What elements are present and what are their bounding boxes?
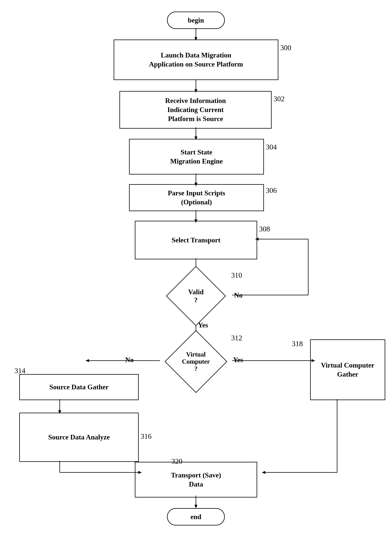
step304-node: Start State Migration Engine bbox=[129, 139, 264, 175]
step302-ref: 302 bbox=[274, 95, 285, 103]
step316-ref: 316 bbox=[141, 432, 152, 440]
diamond310-no-label: No bbox=[234, 291, 243, 299]
step302-node: Receive Information Indicating Current P… bbox=[119, 91, 272, 129]
step316-label: Source Data Analyze bbox=[48, 433, 110, 442]
diamond310-yes-label: Yes bbox=[198, 321, 208, 329]
diamond312-no-label: No bbox=[125, 356, 134, 364]
step318-label: Virtual Computer Gather bbox=[321, 361, 374, 379]
diamond312-label: Virtual Computer ? bbox=[182, 351, 210, 372]
step320-node: Transport (Save) Data bbox=[135, 462, 257, 498]
step308-label: Select Transport bbox=[172, 236, 221, 245]
begin-node: begin bbox=[167, 12, 225, 29]
diamond310-label: Valid ? bbox=[188, 288, 204, 304]
step304-ref: 304 bbox=[266, 143, 277, 151]
svg-marker-19 bbox=[86, 359, 89, 362]
step318-ref: 318 bbox=[292, 339, 303, 348]
diamond310-ref: 310 bbox=[231, 271, 242, 279]
step300-ref: 300 bbox=[280, 43, 291, 52]
step300-label: Launch Data Migration Application on Sou… bbox=[149, 51, 243, 69]
step316-node: Source Data Analyze bbox=[19, 413, 139, 462]
step314-node: Source Data Gather bbox=[19, 374, 139, 400]
begin-label: begin bbox=[188, 16, 204, 25]
end-label: end bbox=[191, 512, 201, 521]
step308-node: Select Transport bbox=[135, 221, 257, 259]
diamond312-ref: 312 bbox=[231, 333, 242, 342]
step306-node: Parse Input Scripts (Optional) bbox=[129, 184, 264, 211]
diamond310-wrapper: Valid ? bbox=[163, 270, 229, 322]
step306-label: Parse Input Scripts (Optional) bbox=[168, 189, 225, 207]
diamond312-wrapper: Virtual Computer ? bbox=[163, 333, 229, 390]
svg-marker-31 bbox=[195, 505, 197, 508]
step300-node: Launch Data Migration Application on Sou… bbox=[114, 39, 278, 80]
end-node: end bbox=[167, 508, 225, 525]
diamond312-yes-label: Yes bbox=[233, 356, 243, 364]
step306-ref: 306 bbox=[266, 186, 277, 195]
step320-label: Transport (Save) Data bbox=[171, 471, 221, 489]
step314-label: Source Data Gather bbox=[49, 383, 108, 392]
step308-ref: 308 bbox=[259, 225, 270, 233]
step320-ref: 320 bbox=[171, 457, 182, 466]
step314-ref: 314 bbox=[14, 366, 25, 375]
step318-node: Virtual Computer Gather bbox=[310, 339, 385, 400]
step302-label: Receive Information Indicating Current P… bbox=[165, 96, 226, 123]
svg-marker-29 bbox=[262, 471, 265, 474]
step304-label: Start State Migration Engine bbox=[170, 148, 223, 166]
flowchart: begin Launch Data Migration Application … bbox=[0, 0, 392, 538]
